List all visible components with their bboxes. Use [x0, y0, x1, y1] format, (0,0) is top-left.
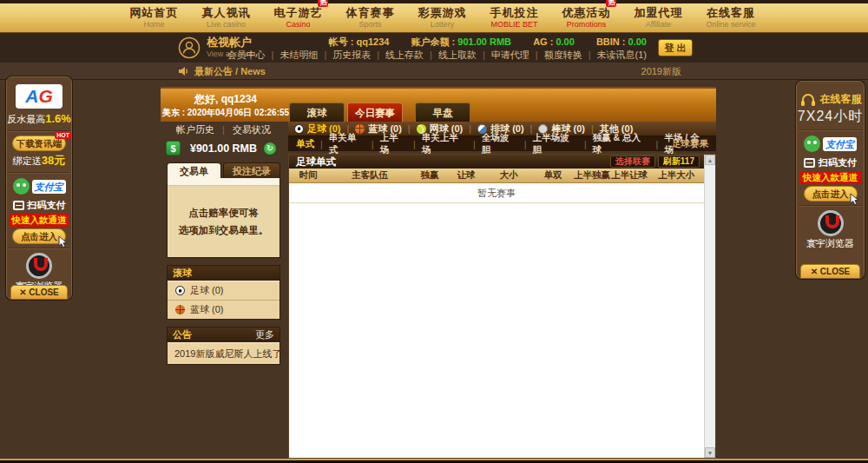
nav-item-casino[interactable]: 热 电子游艺 Casino — [273, 7, 322, 29]
scroll-up-button[interactable]: ▲ — [705, 155, 715, 165]
tab-today[interactable]: 今日赛事 — [347, 103, 403, 122]
col-half-handicap: 上半让球 — [610, 169, 648, 182]
greeting-text: 您好, qq1234 — [161, 93, 291, 107]
nav-item-sports[interactable]: 体育赛事 Sports — [345, 7, 394, 29]
latest-news[interactable]: 最新公告 / News — [178, 63, 266, 80]
refresh-button[interactable]: 刷新117 — [658, 155, 700, 168]
online-service-row: 在线客服 — [797, 92, 864, 107]
scan-pay-row: 扫码支付 — [797, 155, 864, 169]
main-tabs: 滚球 今日赛事 早盘 — [289, 103, 473, 122]
bbin-balance: BBIN : 0.00 — [596, 36, 647, 47]
close-button-right[interactable]: ✕ CLOSE — [800, 264, 860, 278]
alipay-logo: 支付宝 — [32, 180, 66, 194]
link-unsettled[interactable]: 未结明细 — [279, 50, 332, 60]
nav-sublabel: Casino — [273, 20, 322, 29]
close-button-left[interactable]: ✕ CLOSE — [10, 285, 68, 299]
notice-box-title: 公告 更多 — [168, 327, 279, 342]
scroll-down-button[interactable]: ▼ — [705, 447, 715, 458]
bet-type-nav: 单式 | 串关单式 | 上半场 | 串关上半场 | 全场波胆 | 上半场波胆 |… — [288, 136, 716, 151]
qr-scan-icon — [804, 158, 815, 168]
main-content: 您好, qq1234 美东 : 2020年04月06日 02:26:55 滚球 … — [161, 87, 716, 459]
soccer-results-link[interactable]: 足球赛果 — [672, 138, 708, 150]
greeting-block: 您好, qq1234 美东 : 2020年04月06日 02:26:55 — [161, 93, 291, 118]
col-time: 时间 — [289, 169, 327, 182]
col-over-under: 大小 — [485, 169, 532, 182]
left-column: 帐户历史|交易状况 $ ¥901.00 RMB ↻ 交易单 投注纪录 点击赔率便… — [161, 122, 286, 365]
link-history-report[interactable]: 历史报表 — [332, 50, 385, 60]
notice-box: 公告 更多 2019新版威尼斯人上线了!~ — [167, 327, 280, 365]
enter-button-left[interactable]: 点击进入 — [12, 228, 66, 244]
user-icon — [178, 36, 201, 59]
link-deposit[interactable]: 线上存款 — [385, 50, 438, 60]
link-member-center[interactable]: 会员中心 — [227, 50, 280, 60]
news-bar: 最新公告 / News 2019新版 — [0, 63, 868, 80]
browser-name: 寰宇浏览器 — [797, 237, 864, 250]
bet-type-first-half[interactable]: 上半场 — [379, 132, 406, 156]
soccer-icon — [294, 124, 304, 134]
scrollbar[interactable]: ▲ ▼ — [704, 155, 715, 458]
empty-message: 暂无赛事 — [289, 183, 704, 203]
odds-table-title: 足球单式 — [296, 155, 336, 169]
bet-type-parlay-first-half[interactable]: 串关上半场 — [422, 132, 467, 156]
nav-sublabel: Live casino — [201, 20, 250, 29]
promo-panel-right: 在线客服 7X24小时 支付宝 扫码支付 快速入款通道 点击进入 寰宇浏览器 ✕… — [796, 81, 865, 279]
nav-label: 真人视讯 — [201, 7, 250, 20]
nav-item-promotions[interactable]: 热 优惠活动 Promotions — [562, 7, 610, 29]
account-stats: 帐号 : qq1234 账户余额 : 901.00 RMB AG : 0.00 … — [227, 35, 647, 49]
alipay-logo: 支付宝 — [823, 137, 857, 151]
nav-item-online-service[interactable]: 在线客服 Online service — [706, 7, 755, 29]
bet-type-half-correct-score[interactable]: 上半场波胆 — [533, 132, 578, 156]
bind-bonus-line: 绑定送38元 — [7, 153, 71, 169]
account-links: 会员中心未结明细历史报表线上存款线上取款申请代理额度转换未读讯息(1) — [227, 49, 647, 62]
enter-button-right[interactable]: 点击进入 — [804, 186, 858, 202]
rolling-item-soccer[interactable]: 足球 (0) — [168, 281, 279, 300]
basketball-icon — [175, 305, 185, 314]
tab-bet-slip[interactable]: 交易单 — [167, 162, 221, 178]
select-league-button[interactable]: 选择联赛 — [610, 155, 655, 168]
notice-item[interactable]: 2019新版威尼斯人上线了!~ — [168, 342, 279, 364]
account-history-link[interactable]: 帐户历史 — [176, 124, 214, 135]
tab-rolling[interactable]: 滚球 — [289, 103, 345, 122]
account-bar: 检视帐户 View account 帐号 : qq1234 账户余额 : 901… — [0, 33, 868, 63]
scan-pay-row: 扫码支付 — [7, 198, 71, 212]
nav-sublabel: Promotions — [562, 20, 610, 29]
version-link[interactable]: 2019新版 — [641, 63, 681, 80]
bet-type-win-total-goals[interactable]: 独赢 & 总入球 — [593, 132, 650, 156]
download-app-button[interactable]: HOT 下载资讯端 — [12, 136, 66, 151]
tab-early[interactable]: 早盘 — [415, 103, 470, 122]
link-transfer[interactable]: 额度转换 — [544, 50, 597, 60]
logout-button[interactable]: 登 出 — [658, 39, 693, 56]
nav-item-live-casino[interactable]: 真人视讯 Live casino — [201, 7, 250, 29]
refresh-icon[interactable]: ↻ — [264, 142, 276, 155]
odds-table: 足球单式 选择联赛 刷新117 时间 主客队伍 独赢 让球 大小 单双 上半独赢… — [288, 154, 716, 459]
col-odd-even: 单双 — [532, 169, 574, 182]
link-unread-messages[interactable]: 未读讯息(1) — [597, 50, 647, 60]
link-apply-agent[interactable]: 申请代理 — [491, 50, 544, 60]
bet-type-parlay[interactable]: 串关单式 — [329, 132, 365, 156]
nav-item-lottery[interactable]: 彩票游戏 Lottery — [418, 7, 466, 29]
rolling-item-basketball[interactable]: 蓝球 (0) — [168, 300, 279, 319]
account-balance: 账户余额 : 901.00 RMB — [411, 36, 512, 47]
bet-type-single[interactable]: 单式 — [296, 138, 314, 150]
nav-label: 网站首页 — [129, 7, 178, 20]
hot-badge: 热 — [606, 0, 616, 7]
bet-type-correct-score[interactable]: 全场波胆 — [482, 132, 518, 156]
notice-more-link[interactable]: 更多 — [255, 327, 274, 342]
fast-deposit-label: 快速入款通道 — [799, 171, 861, 184]
payment-icons: 支付宝 — [797, 135, 864, 153]
col-teams: 主客队伍 — [327, 169, 412, 182]
nav-item-home[interactable]: 网站首页 Home — [129, 7, 178, 29]
universe-browser-logo — [26, 253, 52, 279]
nav-sublabel: Sports — [345, 20, 394, 29]
news-title: 最新公告 / News — [194, 65, 266, 78]
hot-badge: 热 — [318, 0, 328, 7]
cursor-icon — [56, 235, 69, 248]
link-withdraw[interactable]: 线上取款 — [438, 50, 491, 60]
account-quick-links: 帐户历史|交易状况 — [161, 122, 286, 137]
nav-item-affiliate[interactable]: 加盟代理 Affiliate — [634, 7, 682, 29]
rolling-box: 滚球 足球 (0) 蓝球 (0) — [167, 265, 280, 320]
trade-status-link[interactable]: 交易状况 — [233, 124, 271, 135]
nav-item-mobile-bet[interactable]: 手机投注 MOBLIE BET — [490, 7, 538, 29]
rebate-line: 反水最高1.6% — [7, 111, 71, 127]
tab-bet-record[interactable]: 投注纪录 — [223, 162, 280, 178]
